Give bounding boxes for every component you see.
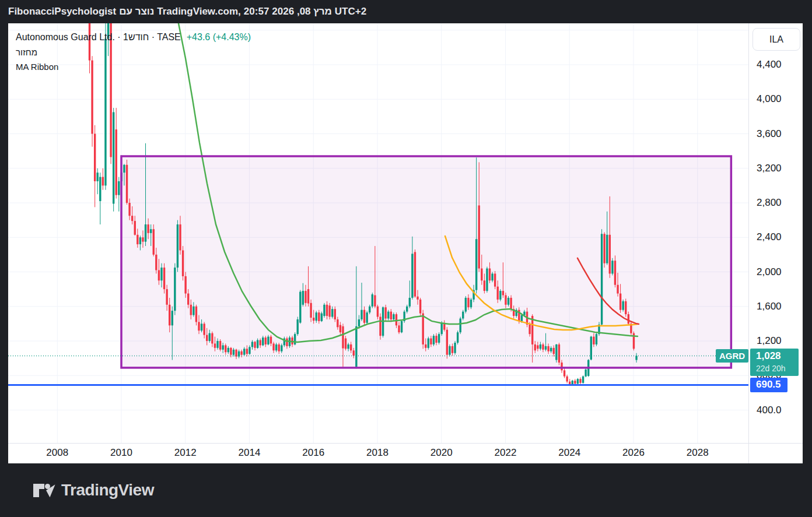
candle-body <box>625 301 626 314</box>
candle-body <box>307 289 309 303</box>
author-name: FibonacciPsychologist <box>8 6 116 17</box>
candle-body <box>428 339 429 348</box>
candle-body <box>272 343 274 350</box>
candle-body <box>123 165 125 173</box>
candle-body <box>628 314 629 323</box>
candle-body <box>379 317 381 336</box>
candle-body <box>345 339 346 349</box>
candle-body <box>230 348 232 355</box>
candle-body <box>508 298 509 305</box>
candle-body <box>353 350 355 356</box>
candle-body <box>166 289 167 305</box>
candle-body <box>249 347 250 354</box>
time-tick-label: 2010 <box>104 447 139 459</box>
time-tick-label: 2028 <box>680 447 715 459</box>
candle-body <box>528 325 530 334</box>
candle-body <box>302 291 304 305</box>
candle-body <box>318 312 320 321</box>
horizontal-line-price-badge: 690.5 <box>750 378 788 392</box>
candle-body <box>190 305 192 315</box>
candle-body <box>446 330 448 355</box>
time-tick-label: 2014 <box>232 447 267 459</box>
candle-body <box>601 234 603 325</box>
candle-body <box>153 229 155 255</box>
candle-body <box>110 23 111 157</box>
candle-body <box>257 340 258 348</box>
candle-body <box>387 312 389 319</box>
tradingview-mark-icon <box>32 479 55 501</box>
candle-body <box>169 305 170 326</box>
candle-body <box>150 229 152 233</box>
time-tick-label: 2026 <box>616 447 651 459</box>
candle-body <box>540 344 541 349</box>
candle-body <box>521 315 523 321</box>
candle-body <box>606 235 608 263</box>
price-tick-label: 4,000 <box>757 94 797 104</box>
candle-body <box>553 348 555 354</box>
candle-body <box>422 314 424 344</box>
candle-body <box>457 332 459 343</box>
candle-body <box>331 309 333 316</box>
candle-body <box>584 370 586 377</box>
candle-body <box>614 261 616 284</box>
candlestick-chart-canvas[interactable] <box>8 23 748 443</box>
candle-body <box>265 337 267 344</box>
indicator-legend-volume[interactable]: מחזור <box>16 47 37 57</box>
candle-body <box>609 235 611 274</box>
candle-body <box>136 235 138 244</box>
candle-body <box>593 337 594 344</box>
created-with-text: נוצר עם <box>119 6 154 17</box>
candle-body <box>128 203 130 216</box>
indicator-legend-ma-ribbon[interactable]: MA Ribbon <box>16 62 58 72</box>
candle-body <box>470 300 472 307</box>
candle-body <box>281 345 282 351</box>
candle-body <box>574 381 576 384</box>
candle-body <box>502 291 504 295</box>
symbol-legend[interactable]: Autonomous Guard Ltd. · 1חודש · TASE+43.… <box>16 32 251 43</box>
candle-body <box>313 318 314 321</box>
candle-body <box>505 295 506 304</box>
candle-body <box>577 379 579 384</box>
time-tick-label: 2008 <box>40 447 75 459</box>
candle-body <box>499 291 501 300</box>
candle-body <box>409 298 411 307</box>
candle-body <box>635 356 637 360</box>
candle-body <box>572 381 573 384</box>
candle-body <box>475 239 477 290</box>
candle-body <box>419 300 421 314</box>
candle-body <box>214 343 216 347</box>
candle-body <box>523 312 525 315</box>
candle-body <box>323 305 325 316</box>
candle-body <box>334 309 336 319</box>
price-tick-label: 2,800 <box>757 198 797 208</box>
candle-body <box>360 310 362 319</box>
candle-body <box>192 307 194 315</box>
candle-body <box>406 307 408 312</box>
candle-body <box>579 379 581 383</box>
candle-body <box>259 340 261 346</box>
candle-body <box>384 307 386 318</box>
candle-body <box>155 255 157 270</box>
candle-body <box>340 325 341 333</box>
candle-body <box>478 205 480 268</box>
candle-body <box>222 345 223 349</box>
candle-body <box>366 312 368 323</box>
ticker-price-label: AGRD <box>716 349 748 363</box>
candle-body <box>182 250 184 276</box>
candle-body <box>433 336 435 344</box>
price-tick-label: 1,200 <box>757 336 797 346</box>
candle-body <box>177 224 178 268</box>
currency-button[interactable]: ILA <box>752 28 800 51</box>
candle-body <box>454 343 456 353</box>
candle-body <box>369 307 370 312</box>
candle-body <box>435 336 437 343</box>
tradingview-logo: TradingView <box>32 479 154 501</box>
candle-body <box>113 112 114 203</box>
time-tick-label: 2020 <box>424 447 459 459</box>
candle-body <box>321 314 323 321</box>
price-tick-label: 2,000 <box>757 267 797 277</box>
candle-body <box>99 177 101 201</box>
candle-body <box>195 307 197 322</box>
candle-body <box>460 318 461 332</box>
price-axis-separator <box>748 23 749 463</box>
